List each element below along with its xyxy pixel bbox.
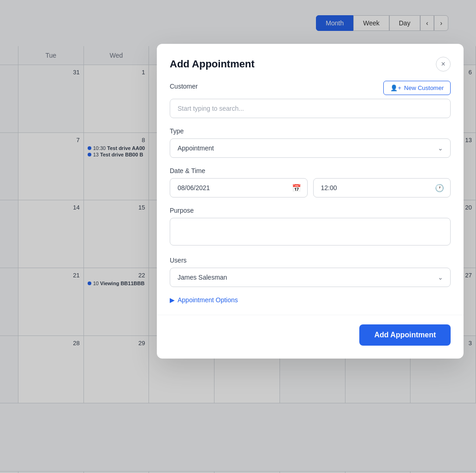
add-appointment-modal: Add Appointment × Customer 👤+ New Custom… (157, 44, 464, 359)
users-select[interactable]: James Salesman (170, 268, 451, 287)
purpose-group: Purpose (170, 207, 451, 247)
appointment-options-link[interactable]: ▶ Appointment Options (170, 296, 451, 304)
purpose-textarea[interactable] (170, 218, 451, 245)
chevron-right-icon: ▶ (170, 296, 175, 304)
close-button[interactable]: × (436, 57, 451, 72)
customer-label-row: Customer 👤+ New Customer (170, 81, 451, 95)
users-select-wrapper: James Salesman ⌄ (170, 268, 451, 287)
modal-footer: Add Appointment (157, 315, 464, 359)
time-input[interactable] (313, 178, 451, 198)
purpose-label: Purpose (170, 207, 451, 214)
modal-header: Add Appointment × (157, 44, 464, 81)
new-customer-label: New Customer (404, 84, 444, 91)
time-input-wrapper: 🕐 (313, 178, 451, 198)
type-group: Type Appointment Test Drive Viewing ⌄ (170, 127, 451, 158)
customer-search-input[interactable] (170, 99, 451, 118)
datetime-group: Date & Time 📅 🕐 (170, 167, 451, 198)
date-input-wrapper: 📅 (170, 178, 308, 198)
type-label: Type (170, 127, 451, 135)
new-customer-button[interactable]: 👤+ New Customer (383, 81, 451, 95)
date-input[interactable] (170, 178, 308, 198)
date-time-row: 📅 🕐 (170, 178, 451, 198)
customer-group: Customer 👤+ New Customer (170, 81, 451, 118)
add-appointment-button[interactable]: Add Appointment (359, 324, 451, 346)
customer-label: Customer (170, 83, 198, 90)
type-select-wrapper: Appointment Test Drive Viewing ⌄ (170, 138, 451, 158)
users-group: Users James Salesman ⌄ (170, 257, 451, 287)
type-select[interactable]: Appointment Test Drive Viewing (170, 138, 451, 158)
datetime-label: Date & Time (170, 167, 451, 174)
modal-body: Customer 👤+ New Customer Type Appointmen… (157, 81, 464, 315)
appointment-options-label: Appointment Options (178, 296, 238, 304)
users-label: Users (170, 257, 451, 264)
person-plus-icon: 👤+ (390, 84, 401, 91)
modal-title: Add Appointment (170, 58, 255, 70)
